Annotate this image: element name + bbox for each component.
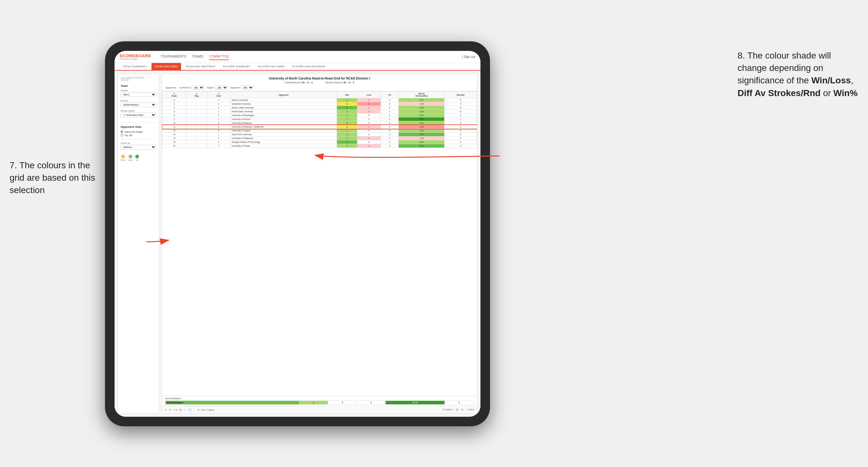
col-opponent: Opponent <box>230 92 337 98</box>
bottom-toolbar: ↩ ↪ ⟶ ⧉ — 🕐 👁 View: Original 👁 Watch ▾ 💬… <box>162 406 477 413</box>
gender-select[interactable]: Men's <box>121 92 156 97</box>
radio-top100[interactable]: Top 100 <box>121 134 156 136</box>
legend-level: Level <box>128 155 132 161</box>
ood-win: 1 <box>300 401 328 405</box>
table-row: 9-1University of Arizona1009.002 <box>162 117 477 121</box>
col-tie: Tie <box>381 92 399 98</box>
filter-row: Opponents: Conference (All) Region (All) <box>165 86 474 90</box>
grid-header: University of North Carolina Head-to-Hea… <box>162 74 477 91</box>
tablet-screen: SCOREBOARD Powered by clippd TOURNAMENTS… <box>115 51 480 417</box>
table-row: 14-1University of Oklahoma210-1.009 <box>162 136 477 140</box>
table-row: 15-4Georgia Institute of Technology5004.… <box>162 140 477 144</box>
conference-select[interactable]: (All) <box>191 86 204 90</box>
toolbar-right: 👁 Watch ▾ 💬 ⊞ ↗ Share <box>442 408 474 411</box>
table-row: 10-5University of Alabama3002.618 <box>162 121 477 125</box>
conference-filter: Conference (All) <box>179 86 204 90</box>
table-row: 11-6University of Arkansas, Fayetteville… <box>162 125 477 129</box>
annotation-right: 8. The colour shade will change dependin… <box>738 49 859 99</box>
table-row: 3-2Vanderbilt University040-2.298 <box>162 102 477 106</box>
nav-tournaments[interactable]: TOURNAMENTS <box>161 54 186 60</box>
table-row: 13-1Texas Tech University3005.569 <box>162 133 477 136</box>
division-record: Division Record: 88 - 17 - 0 <box>326 81 354 84</box>
table-row: 12-3University of Virginia1002.333 <box>162 129 477 133</box>
region-select[interactable]: (All) <box>215 86 228 90</box>
colour-legend: Down Level Up <box>121 155 156 161</box>
watch-button[interactable]: 👁 Watch ▾ <box>442 408 454 411</box>
subnav-team-h2h-heatmap[interactable]: TEAM H2H HEATMAP <box>182 63 219 70</box>
nav-committee[interactable]: COMMITTEE <box>209 54 229 60</box>
left-panel: Last Updated: 27/03/2024 16:55:38 Team G… <box>118 74 159 413</box>
col-rank: #Rank <box>162 92 186 98</box>
copy-icon[interactable]: ⧉ <box>180 408 181 412</box>
table-row: 4-1Arizona State University5102.2817 <box>162 106 477 110</box>
app-header: SCOREBOARD Powered by clippd TOURNAMENTS… <box>115 51 480 63</box>
ood-division: NCAA Division II <box>165 401 300 405</box>
col-conf: #Conf <box>207 92 230 98</box>
ood-tie: 0 <box>357 401 385 405</box>
table-row: 2-1Auburn University2101.679 <box>162 98 477 102</box>
ood-loss: 0 <box>328 401 357 405</box>
legend-circle-up <box>135 155 139 158</box>
right-panel: University of North Carolina Head-to-Hea… <box>162 74 477 413</box>
overall-record: Overall Record: 89 - 17 - 0 <box>284 81 312 84</box>
ood-diff: 26.00 <box>385 401 445 405</box>
subnav-player-h2h-heatmap[interactable]: PLAYER H2H HEATMAP <box>289 63 328 70</box>
subnav-player-summary[interactable]: PLAYER SUMMARY <box>220 63 254 70</box>
logo-area: SCOREBOARD Powered by clippd <box>120 54 151 60</box>
radio-opponents-played[interactable]: Opponents Played <box>121 130 156 133</box>
forward-icon[interactable]: ⟶ <box>174 408 178 411</box>
team-section-title: Team <box>121 84 156 88</box>
subnav-player-h2h-grid[interactable]: PLAYER H2H GRID <box>255 63 288 70</box>
legend-up: Up <box>135 155 139 161</box>
comment-icon[interactable]: 💬 <box>456 408 459 411</box>
subnav-team-h2h-grid[interactable]: TEAM H2H GRID <box>151 63 181 70</box>
region-filter: Region (All) <box>207 86 227 90</box>
col-reg: #Reg <box>186 92 207 98</box>
division-select[interactable]: NCAA Division I <box>121 102 156 107</box>
out-of-division: Out of division NCAA Division II 1 0 0 2… <box>162 396 477 406</box>
col-loss: Loss <box>357 92 381 98</box>
division-label: Division <box>121 100 156 102</box>
opponents-label: Opponents: <box>165 87 177 89</box>
grid-title: University of North Carolina Head-to-Hea… <box>165 77 474 80</box>
school-label: School (Rank) <box>121 110 156 112</box>
radio-dot-played <box>121 130 123 133</box>
undo-icon[interactable]: ↩ <box>164 408 167 411</box>
gender-label: Gender <box>121 89 156 92</box>
clock-icon[interactable]: 🕐 <box>188 408 191 411</box>
table-row: 16-7University of Florida3106.629 <box>162 144 477 148</box>
opponent-filter: Opponent (All) <box>230 86 254 90</box>
dash-icon[interactable]: — <box>183 408 186 411</box>
data-table: #Rank #Reg #Conf Opponent Win Loss Tie D… <box>162 91 477 396</box>
tablet-frame: SCOREBOARD Powered by clippd TOURNAMENTS… <box>105 41 490 426</box>
col-win: Win <box>337 92 357 98</box>
main-nav: TOURNAMENTS TEAMS COMMITTEE <box>161 54 229 60</box>
legend-circle-level <box>128 155 132 158</box>
subnav-team-summary[interactable]: TEAM SUMMARY <box>120 63 150 70</box>
present-icon[interactable]: ⊞ <box>461 408 463 411</box>
toolbar-sep <box>194 407 195 412</box>
radio-group: Opponents Played Top 100 <box>121 130 156 136</box>
opponent-select[interactable]: (All) <box>241 86 254 90</box>
annotation-left: 7. The colours in the grid are based on … <box>9 159 99 196</box>
col-rounds: Rounds <box>444 92 477 98</box>
ood-rounds: 3 <box>445 401 474 405</box>
view-label[interactable]: 👁 View: Original <box>197 409 214 411</box>
out-of-division-row: NCAA Division II 1 0 0 26.00 3 <box>165 401 474 405</box>
logo-sub: Powered by clippd <box>120 58 151 60</box>
radio-dot-top100 <box>121 134 123 136</box>
opponent-view-title: Opponent View <box>121 125 156 128</box>
logo-text: SCOREBOARD <box>120 54 151 58</box>
legend-down: Down <box>121 155 125 161</box>
sub-nav: TEAM SUMMARY TEAM H2H GRID TEAM H2H HEAT… <box>115 63 480 71</box>
nav-teams[interactable]: TEAMS <box>192 54 203 60</box>
col-diff: Diff AvStrokes/Rnd <box>398 92 444 98</box>
sign-out[interactable]: | Sign out <box>462 55 475 59</box>
table-row: 8-2University of Washington1003.673 <box>162 114 477 117</box>
redo-icon[interactable]: ↪ <box>169 408 172 411</box>
school-select[interactable]: 1. University of Nort... <box>121 113 156 117</box>
colour-by-select[interactable]: Win/loss <box>121 145 156 150</box>
legend-circle-down <box>121 155 125 158</box>
last-updated: Last Updated: 27/03/2024 16:55:38 <box>121 77 156 81</box>
share-button[interactable]: ↗ Share <box>466 408 474 411</box>
